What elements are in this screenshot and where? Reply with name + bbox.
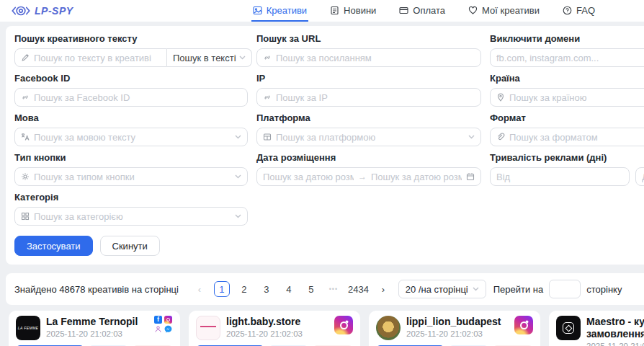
field-label: Формат [490,112,644,124]
card-avatar [556,316,581,340]
category-input[interactable] [34,211,231,222]
header: LP-SPY Креативи Новини Оплата [0,0,644,22]
platform-input[interactable] [276,132,464,143]
field-label: Країна [490,73,644,84]
goto-prefix: Перейти на [493,284,544,295]
field-label: Мова [14,112,248,124]
country-input[interactable] [509,92,644,103]
apply-button[interactable]: Застосувати [14,236,93,256]
field-label: Платформа [256,112,481,124]
button-type-input[interactable] [34,172,231,182]
tab-label: Креативи [267,5,307,16]
tab-creatives[interactable]: Креативи [251,0,308,22]
field-format: Формат [490,112,644,146]
field-platform: Платформа [256,112,481,146]
duration-from-input[interactable] [496,172,623,182]
card-networks: f [154,316,173,340]
category-select[interactable] [14,207,248,226]
date-from-input[interactable] [263,172,354,182]
creative-card[interactable]: LA FEMME La Femme Ternopil 2025-11-20 21… [9,311,180,346]
page-button[interactable]: 3 [259,281,274,297]
date-to-input[interactable] [371,172,462,182]
field-ip: IP [256,73,481,107]
card-networks [334,316,353,340]
facebook-id-input[interactable] [34,92,241,103]
language-input[interactable] [34,132,231,143]
link-icon [263,93,272,102]
tab-news[interactable]: Новини [328,0,377,22]
goto-page-input[interactable] [549,280,581,298]
results-bar: Знайдено 48678 креативів на сторінці ‹ 1… [6,273,644,305]
button-type-select[interactable] [14,167,248,186]
field-button-type: Тип кнопки [14,152,248,186]
field-duration: Тривалість реклами (дні) [490,152,644,186]
gear-icon [21,172,30,181]
card-title[interactable]: Maestro - кухні, меблі на замовлення в У… [586,316,644,340]
creative-card[interactable]: lippi_lion_budapest 2025-11-20 21:02:03 … [369,311,540,346]
results-count: Знайдено 48678 креативів на сторінці [14,284,179,295]
chevron-down-icon [235,174,241,179]
tab-faq[interactable]: FAQ [561,0,596,22]
heart-icon [468,6,478,15]
facebook-icon[interactable]: f [154,316,162,324]
page-button[interactable]: 5 [303,281,319,297]
eye-logo-icon [12,5,30,17]
exclude-domains-input[interactable] [496,53,644,63]
card-title[interactable]: La Femme Ternopil [46,316,148,328]
creative-text-input-box [14,48,167,67]
creative-card[interactable]: Maestro - кухні, меблі на замовлення в У… [549,311,644,346]
news-icon [330,6,339,15]
page: LP-SPY Креативи Новини Оплата [0,0,644,346]
chevron-down-icon [473,287,479,291]
prev-page-button[interactable]: ‹ [192,281,207,297]
field-label: Пошук за URL [256,33,481,45]
page-button[interactable]: 4 [281,281,297,297]
creative-text-input[interactable] [34,53,161,63]
tab-label: Новини [344,5,376,16]
next-page-button[interactable]: › [375,281,391,297]
search-mode-value: Пошук в тексті [173,53,236,63]
instagram-icon[interactable] [514,316,533,334]
card-networks [514,316,533,340]
image-icon [253,6,262,15]
creative-card[interactable]: light.baby.store 2025-11-20 21:02:03 3 d… [189,311,360,346]
link-icon [263,53,272,62]
field-category: Категорія [14,192,248,226]
logo-text: LP-SPY [35,5,73,17]
pencil-icon [21,53,30,62]
field-placement-date: Дата розміщення → [256,152,481,186]
reset-button[interactable]: Скинути [100,236,160,256]
card-title[interactable]: lippi_lion_budapest [406,316,509,328]
language-select[interactable] [14,128,248,146]
format-input[interactable] [509,132,644,143]
field-label: Дата розміщення [256,152,481,164]
chevron-down-icon [239,56,246,60]
date-range-picker[interactable]: → [256,167,481,186]
field-label: Тривалість реклами (дні) [490,152,644,164]
field-facebook-id: Facebook ID [14,73,248,107]
page-button[interactable]: 2 [236,281,252,297]
page-button[interactable]: 1 [214,281,230,297]
profile-icon[interactable] [154,325,162,333]
instagram-icon[interactable] [334,316,353,334]
pagination-ellipsis[interactable]: ••• [326,281,341,297]
tab-label: Оплата [413,5,445,16]
messenger-icon[interactable] [164,325,172,333]
tab-label: Мої креативи [482,5,540,16]
logo[interactable]: LP-SPY [12,0,73,22]
search-mode-select[interactable]: Пошук в тексті [167,48,252,67]
platform-select[interactable] [256,128,481,146]
field-url: Пошук за URL [256,33,481,67]
ip-input[interactable] [276,92,475,103]
card-title[interactable]: light.baby.store [226,316,328,328]
url-input[interactable] [276,53,475,63]
page-size-select[interactable]: 20 /на сторінці [398,280,486,298]
instagram-icon[interactable] [164,316,172,324]
last-page-button[interactable]: 2434 [348,281,369,297]
tab-label: FAQ [576,5,595,16]
field-language: Мова [14,112,248,146]
tab-my-creatives[interactable]: Мої креативи [467,0,541,22]
tab-payment[interactable]: Оплата [398,0,447,22]
question-circle-icon [563,6,572,15]
creative-cards: LA FEMME La Femme Ternopil 2025-11-20 21… [9,311,644,346]
